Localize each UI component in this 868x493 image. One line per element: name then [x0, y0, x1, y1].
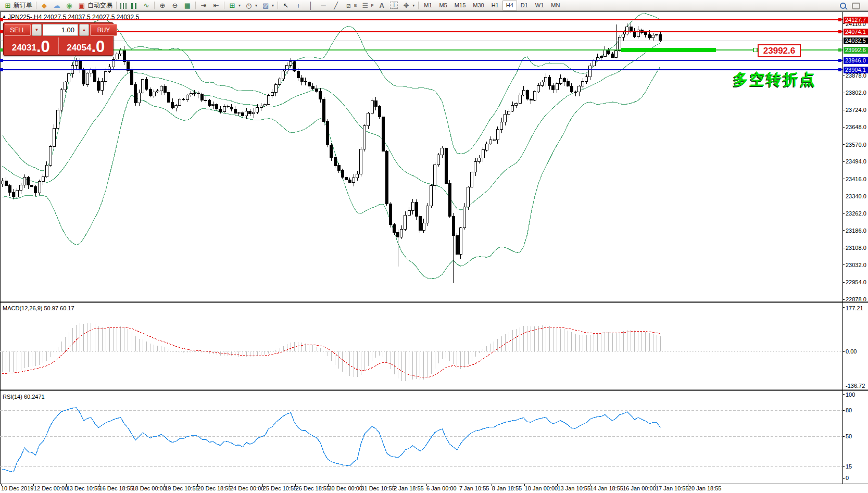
line-left-handle[interactable]	[0, 59, 3, 62]
trade-panel-top-row: SELL ▼ 1.00 ▲ BUY	[4, 23, 113, 36]
line-left-handle[interactable]	[0, 68, 3, 71]
candle-body	[496, 129, 499, 140]
thick-green-zone-bar[interactable]	[621, 48, 716, 52]
candle-body	[12, 192, 15, 197]
zoom-in-button[interactable]: ⊕	[156, 1, 169, 10]
line-right-handle[interactable]	[838, 68, 841, 71]
candle-body	[330, 145, 333, 158]
text-tool-button[interactable]: A	[375, 1, 388, 10]
candle-body	[234, 109, 236, 113]
candle-body	[652, 35, 655, 38]
price-axis[interactable]	[842, 11, 868, 484]
timeframe-button-m15[interactable]: M15	[451, 1, 469, 10]
candle-body	[101, 82, 104, 91]
line-right-handle[interactable]	[838, 30, 841, 33]
channel-tool-button[interactable]: ⧄E	[342, 1, 359, 10]
volume-decrease-button[interactable]: ▼	[32, 24, 42, 36]
candle-body	[345, 178, 347, 180]
channel-letter: E	[354, 3, 357, 8]
periods-button[interactable]: ◷▾	[243, 1, 259, 10]
crosshair-tool-button[interactable]: ＋	[292, 1, 305, 10]
timeframe-button-m30[interactable]: M30	[469, 1, 487, 10]
bar-chart-button[interactable]	[118, 1, 129, 10]
navigator-button[interactable]: ☁	[51, 1, 63, 10]
fibonacci-tool-button[interactable]: ☰F	[359, 1, 375, 10]
fibonacci-icon: ☰	[361, 2, 369, 9]
indicators-button[interactable]: ⊞▾	[226, 1, 243, 10]
buy-button[interactable]: BUY	[90, 24, 117, 36]
volume-input[interactable]: 1.00	[43, 24, 78, 36]
collapse-arrow-icon[interactable]: ▲	[2, 14, 6, 19]
candle-body	[75, 61, 78, 66]
signals-button[interactable]: ◉	[63, 1, 76, 10]
separator	[278, 2, 278, 9]
hline-tool-button[interactable]: ─	[317, 1, 330, 10]
candle-body	[94, 69, 96, 81]
bollinger-band	[3, 67, 661, 279]
shapes-tool-button[interactable]: ✥▾	[400, 1, 417, 10]
candle-chart-button[interactable]	[129, 1, 140, 10]
sell-price[interactable]: 24031.0	[4, 36, 58, 55]
buy-price[interactable]: 24054.0	[59, 36, 114, 55]
candle-body	[175, 105, 178, 108]
time-axis[interactable]	[0, 484, 842, 493]
market-watch-button[interactable]: ◆	[38, 1, 51, 10]
candle-body	[630, 27, 632, 31]
timeframe-button-w1[interactable]: W1	[532, 1, 548, 10]
label-tool-button[interactable]: T	[388, 1, 400, 10]
timeframe-button-h4[interactable]: H4	[502, 1, 517, 10]
timeframe-button-m1[interactable]: M1	[420, 1, 435, 10]
timeframe-button-mn[interactable]: MN	[547, 1, 563, 10]
templates-button[interactable]: ▨▾	[259, 1, 276, 10]
sell-price-frac: .0	[36, 39, 50, 55]
candle-body	[548, 78, 551, 85]
indicators-icon: ⊞	[228, 2, 236, 9]
line-right-handle[interactable]	[838, 59, 841, 62]
candle-body	[131, 70, 133, 85]
green-line-center-handle[interactable]	[753, 48, 757, 52]
annotation-text[interactable]: 多空转折点	[733, 69, 816, 90]
candle-body	[267, 96, 270, 104]
sell-button[interactable]: SELL	[5, 24, 31, 36]
buy-price-frac: .0	[91, 39, 105, 55]
candle-body	[441, 148, 444, 155]
auto-trading-button[interactable]: ▣ 自动交易	[76, 1, 115, 10]
search-button[interactable]	[838, 1, 850, 10]
trendline-tool-button[interactable]: ╱	[330, 1, 342, 10]
price-line-label: 23992.6	[844, 47, 868, 54]
candle-body	[415, 202, 418, 217]
candle-body	[163, 86, 166, 93]
chart-shift-button[interactable]: ⇤	[210, 1, 222, 10]
price-callout-label[interactable]: 23992.6	[758, 44, 801, 57]
volume-increase-button[interactable]: ▲	[79, 24, 89, 36]
new-order-button[interactable]: ⊞ 新订单	[2, 1, 34, 10]
candle-body	[8, 186, 11, 193]
candle-body	[504, 115, 507, 122]
candle-body	[316, 89, 318, 91]
candle-body	[511, 105, 514, 111]
vline-tool-button[interactable]: │	[305, 1, 317, 10]
timeframe-button-d1[interactable]: D1	[517, 1, 532, 10]
candle-body	[559, 78, 562, 84]
candle-body	[149, 89, 152, 96]
candle-body	[205, 100, 207, 100]
community-chat-button[interactable]	[850, 1, 862, 10]
candle-body	[445, 148, 447, 184]
candle-body	[160, 86, 162, 91]
auto-arrange-button[interactable]: ⇥	[197, 1, 210, 10]
candle-body	[79, 61, 81, 70]
bollinger-band	[3, 43, 661, 210]
cursor-tool-button[interactable]: ↖	[280, 1, 292, 10]
line-right-handle[interactable]	[838, 48, 841, 52]
timeframe-button-m5[interactable]: M5	[436, 1, 451, 10]
candle-body	[38, 182, 41, 193]
candle-body	[367, 113, 370, 125]
candle-body	[533, 92, 536, 100]
zoom-out-button[interactable]: ⊖	[169, 1, 181, 10]
text-label-icon: T	[390, 2, 398, 9]
line-chart-button[interactable]: ∿	[140, 1, 153, 10]
timeframe-button-h1[interactable]: H1	[488, 1, 502, 10]
candle-body	[190, 94, 192, 95]
line-right-handle[interactable]	[838, 18, 841, 21]
tile-windows-button[interactable]: ▦	[181, 1, 194, 10]
